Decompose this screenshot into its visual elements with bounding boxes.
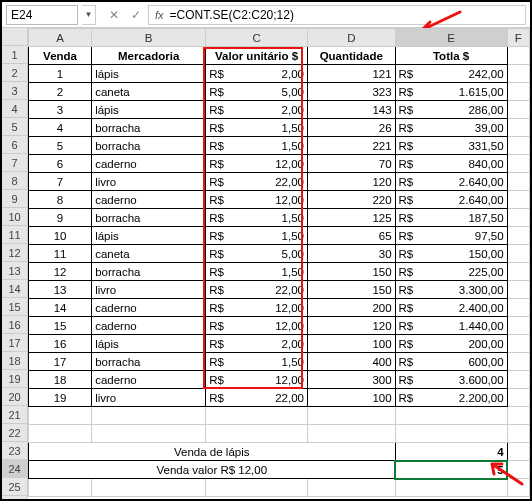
cell-qtd[interactable]: 400 — [308, 353, 396, 371]
cell-total[interactable]: R$187,50 — [395, 209, 507, 227]
cell-qtd[interactable]: 200 — [308, 299, 396, 317]
summary-label[interactable]: Venda valor R$ 12,00 — [29, 461, 396, 479]
cell-total[interactable]: R$840,00 — [395, 155, 507, 173]
cell-qtd[interactable]: 120 — [308, 173, 396, 191]
cell-total[interactable]: R$331,50 — [395, 137, 507, 155]
cell[interactable] — [308, 407, 396, 425]
cell[interactable] — [206, 425, 308, 443]
cell-venda[interactable]: 8 — [29, 191, 92, 209]
cell-valor[interactable]: R$1,50 — [206, 353, 308, 371]
cell-qtd[interactable]: 120 — [308, 317, 396, 335]
col-header-B[interactable]: B — [92, 29, 206, 47]
row-header-14[interactable]: 14 — [2, 280, 27, 298]
row-header-21[interactable]: 21 — [2, 406, 27, 424]
cell[interactable] — [308, 425, 396, 443]
cell[interactable] — [395, 425, 507, 443]
cell-mercadoria[interactable]: livro — [92, 389, 206, 407]
row-header-16[interactable]: 16 — [2, 316, 27, 334]
cell-total[interactable]: R$225,00 — [395, 263, 507, 281]
cell-total[interactable]: R$3.600,00 — [395, 371, 507, 389]
cell-valor[interactable]: R$12,00 — [206, 155, 308, 173]
cell-total[interactable]: R$2.200,00 — [395, 389, 507, 407]
cell-venda[interactable]: 16 — [29, 335, 92, 353]
hdr-total[interactable]: Totla $ — [395, 47, 507, 65]
name-box-dropdown-icon[interactable]: ▼ — [82, 5, 96, 25]
cell-venda[interactable]: 18 — [29, 371, 92, 389]
cell-venda[interactable]: 6 — [29, 155, 92, 173]
cell-valor[interactable]: R$5,00 — [206, 83, 308, 101]
row-header-25[interactable]: 25 — [2, 478, 27, 496]
cell-mercadoria[interactable]: borracha — [92, 209, 206, 227]
cell-mercadoria[interactable]: livro — [92, 173, 206, 191]
cell-mercadoria[interactable]: borracha — [92, 263, 206, 281]
cell-total[interactable]: R$97,50 — [395, 227, 507, 245]
row-header-12[interactable]: 12 — [2, 244, 27, 262]
cell-venda[interactable]: 15 — [29, 317, 92, 335]
cell-total[interactable]: R$2.400,00 — [395, 299, 507, 317]
cell-qtd[interactable]: 323 — [308, 83, 396, 101]
cell-total[interactable]: R$600,00 — [395, 353, 507, 371]
cell-qtd[interactable]: 150 — [308, 263, 396, 281]
cell[interactable] — [507, 101, 529, 119]
col-header-E[interactable]: E — [395, 29, 507, 47]
row-header-13[interactable]: 13 — [2, 262, 27, 280]
cell-total[interactable]: R$286,00 — [395, 101, 507, 119]
cell-valor[interactable]: R$2,00 — [206, 65, 308, 83]
cell-venda[interactable]: 17 — [29, 353, 92, 371]
cell-mercadoria[interactable]: lápis — [92, 65, 206, 83]
hdr-valor[interactable]: Valor unitário $ — [206, 47, 308, 65]
cell-total[interactable]: R$3.300,00 — [395, 281, 507, 299]
name-box[interactable]: E24 — [6, 5, 78, 25]
hdr-qtd[interactable]: Quantidade — [308, 47, 396, 65]
cell-qtd[interactable]: 220 — [308, 191, 396, 209]
cell-mercadoria[interactable]: caderno — [92, 299, 206, 317]
cell-mercadoria[interactable]: caderno — [92, 191, 206, 209]
cell-qtd[interactable]: 26 — [308, 119, 396, 137]
cell[interactable] — [206, 479, 308, 497]
cancel-icon[interactable]: ✕ — [106, 7, 122, 23]
cell-mercadoria[interactable]: caderno — [92, 155, 206, 173]
row-header-15[interactable]: 15 — [2, 298, 27, 316]
row-header-3[interactable]: 3 — [2, 82, 27, 100]
cell[interactable] — [507, 263, 529, 281]
cell[interactable] — [507, 173, 529, 191]
cell-mercadoria[interactable]: lápis — [92, 335, 206, 353]
cell-venda[interactable]: 2 — [29, 83, 92, 101]
row-header-23[interactable]: 23 — [2, 442, 27, 460]
cell[interactable] — [507, 155, 529, 173]
cell-qtd[interactable]: 100 — [308, 335, 396, 353]
cell[interactable] — [507, 371, 529, 389]
cell-venda[interactable]: 19 — [29, 389, 92, 407]
cell-mercadoria[interactable]: borracha — [92, 353, 206, 371]
cell[interactable] — [29, 479, 92, 497]
cell-total[interactable]: R$2.640,00 — [395, 191, 507, 209]
cell-venda[interactable]: 14 — [29, 299, 92, 317]
cell-qtd[interactable]: 30 — [308, 245, 396, 263]
hdr-venda[interactable]: Venda — [29, 47, 92, 65]
cell[interactable] — [507, 227, 529, 245]
cell-valor[interactable]: R$12,00 — [206, 371, 308, 389]
cell[interactable] — [507, 317, 529, 335]
cell-qtd[interactable]: 300 — [308, 371, 396, 389]
row-header-2[interactable]: 2 — [2, 64, 27, 82]
cell[interactable] — [507, 479, 529, 497]
cell-mercadoria[interactable]: caderno — [92, 371, 206, 389]
cell-mercadoria[interactable]: borracha — [92, 137, 206, 155]
row-header-10[interactable]: 10 — [2, 208, 27, 226]
cell[interactable] — [29, 407, 92, 425]
cell-total[interactable]: R$39,00 — [395, 119, 507, 137]
cell-valor[interactable]: R$5,00 — [206, 245, 308, 263]
cell[interactable] — [507, 353, 529, 371]
cell[interactable] — [507, 137, 529, 155]
cell[interactable] — [507, 245, 529, 263]
cell[interactable] — [507, 83, 529, 101]
cell[interactable] — [507, 335, 529, 353]
row-header-18[interactable]: 18 — [2, 352, 27, 370]
cell-qtd[interactable]: 65 — [308, 227, 396, 245]
cell-valor[interactable]: R$1,50 — [206, 137, 308, 155]
cell-valor[interactable]: R$22,00 — [206, 281, 308, 299]
summary-label[interactable]: Venda de lápis — [29, 443, 396, 461]
cell-qtd[interactable]: 70 — [308, 155, 396, 173]
cell-mercadoria[interactable]: caneta — [92, 245, 206, 263]
cell-valor[interactable]: R$12,00 — [206, 299, 308, 317]
